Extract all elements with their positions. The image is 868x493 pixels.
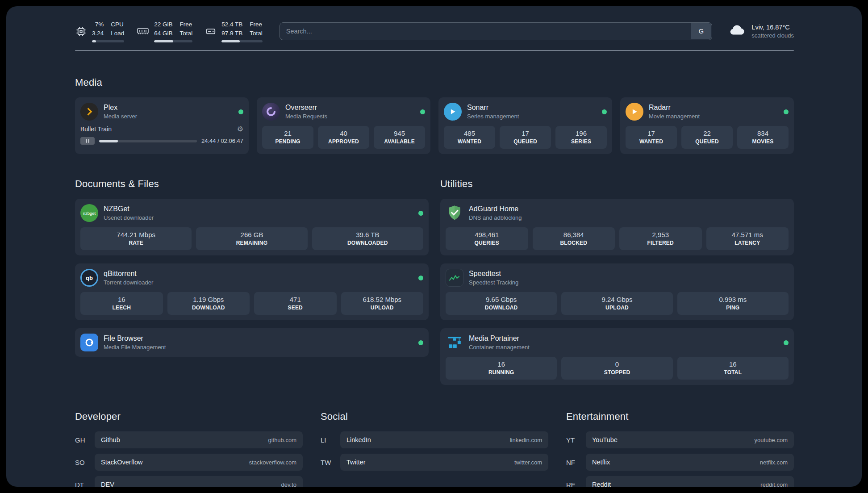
- adguard-icon: [446, 204, 463, 222]
- stat-value: 16: [447, 360, 555, 368]
- bookmark-abbr: GH: [75, 436, 95, 444]
- stat-label: DOWNLOAD: [169, 305, 248, 311]
- bookmark-group-social: Social LI LinkedIn linkedin.com TW Twitt…: [321, 411, 548, 487]
- bookmark-group-entertainment: Entertainment YT YouTube youtube.com NF …: [566, 411, 794, 487]
- bookmark-name: LinkedIn: [346, 436, 371, 443]
- bookmark-abbr: TW: [321, 459, 340, 466]
- app-card-portainer[interactable]: Media Portainer Container management 16 …: [440, 328, 794, 385]
- pause-button[interactable]: [80, 137, 95, 145]
- topbar-divider: [75, 50, 794, 51]
- card-header: Radarr Movie management: [626, 103, 789, 121]
- app-description: Media File Management: [104, 344, 166, 351]
- stat-tile: 498,461 QUERIES: [446, 227, 528, 250]
- qbittorrent-icon: qb: [80, 269, 98, 287]
- stat-value: 1.19 Gbps: [169, 296, 248, 303]
- app-name: qBittorrent: [104, 269, 153, 278]
- bookmark-linkedin[interactable]: LI LinkedIn linkedin.com: [321, 431, 548, 448]
- stat-label: TOTAL: [679, 369, 787, 376]
- app-card-overseerr[interactable]: Overseerr Media Requests 21 PENDING 40 A…: [257, 97, 430, 154]
- stat-tile: 86,384 BLOCKED: [533, 227, 615, 250]
- bookmark-github[interactable]: GH Github github.com: [75, 431, 303, 448]
- search-provider-button[interactable]: G: [691, 23, 711, 39]
- memory-progressbar: [154, 40, 192, 42]
- stat-value: 196: [557, 130, 605, 137]
- stat-value: 2,953: [621, 231, 700, 238]
- bookmark-pill: YouTube youtube.com: [586, 431, 794, 448]
- app-card-qbittorrent[interactable]: qb qBittorrent Torrent downloader 16 LEE…: [75, 263, 429, 320]
- stat-value: 21: [264, 130, 312, 137]
- stat-label: RUNNING: [447, 369, 555, 376]
- bookmark-twitter[interactable]: TW Twitter twitter.com: [321, 454, 548, 471]
- card-header: Speedtest Speedtest Tracking: [446, 269, 789, 287]
- gear-icon[interactable]: ⚙: [237, 125, 243, 133]
- app-card-adguard[interactable]: AdGuard Home DNS and adblocking 498,461 …: [440, 199, 794, 255]
- stat-label: QUEUED: [683, 138, 731, 145]
- bookmarks: Developer GH Github github.com SO StackO…: [75, 411, 794, 487]
- stat-value: 17: [501, 130, 549, 137]
- stat-label: LEECH: [82, 305, 161, 311]
- stat-tile: 196 SERIES: [555, 126, 607, 149]
- stats-row: 17 WANTED 22 QUEUED 834 MOVIES: [626, 126, 789, 149]
- playback-time: 24:44 / 02:06:47: [201, 138, 243, 144]
- weather-text: Lviv, 16.87°C scattered clouds: [751, 24, 794, 39]
- bookmark-group-title: Entertainment: [566, 411, 794, 422]
- weather-location: Lviv, 16.87°C: [751, 24, 794, 31]
- now-playing-title: Bullet Train: [80, 125, 112, 133]
- now-playing-row: Bullet Train ⚙: [80, 125, 243, 133]
- stat-tile: 16 LEECH: [80, 292, 163, 315]
- app-name: Radarr: [649, 103, 700, 112]
- bookmark-dev[interactable]: DT DEV dev.to: [75, 476, 303, 487]
- stat-value: 17: [627, 130, 675, 137]
- memory-widget-body: 22 GiB 64 GiB Free Total: [154, 20, 192, 42]
- stat-value: 0.993 ms: [679, 296, 787, 303]
- stat-label: STOPPED: [563, 369, 671, 376]
- playback-progressbar[interactable]: [99, 140, 197, 142]
- app-card-nzbget[interactable]: nzbget NZBGet Usenet downloader 744.21 M…: [75, 199, 429, 255]
- bookmark-domain: reddit.com: [760, 481, 788, 487]
- bookmark-abbr: SO: [75, 459, 95, 466]
- bookmark-name: YouTube: [592, 436, 618, 443]
- bookmark-youtube[interactable]: YT YouTube youtube.com: [566, 431, 794, 448]
- app-card-filebrowser[interactable]: File Browser Media File Management: [75, 328, 429, 357]
- stat-tile: 47.571 ms LATENCY: [706, 227, 789, 250]
- stat-value: 266 GB: [198, 231, 305, 238]
- stat-label: UPLOAD: [563, 305, 671, 311]
- app-name: Plex: [104, 103, 137, 112]
- stat-label: LATENCY: [708, 240, 787, 246]
- stat-tile: 1.19 Gbps DOWNLOAD: [167, 292, 250, 315]
- card-titles: Plex Media server: [104, 103, 137, 120]
- stat-tile: 266 GB REMAINING: [196, 227, 307, 250]
- stat-value: 744.21 Mbps: [82, 231, 190, 238]
- bookmark-stackoverflow[interactable]: SO StackOverflow stackoverflow.com: [75, 454, 303, 471]
- app-card-speedtest[interactable]: Speedtest Speedtest Tracking 9.65 Gbps D…: [440, 263, 794, 320]
- stat-tile: 0 STOPPED: [561, 357, 672, 380]
- status-dot: [420, 109, 425, 114]
- stat-value: 9.65 Gbps: [447, 296, 555, 303]
- disk-progressbar: [221, 40, 263, 42]
- memory-progress-fill: [154, 40, 173, 42]
- status-dot: [784, 109, 789, 114]
- card-titles: Radarr Movie management: [649, 103, 700, 120]
- bookmark-netflix[interactable]: NF Netflix netflix.com: [566, 454, 794, 471]
- pause-bar: [88, 139, 90, 143]
- stat-value: 47.571 ms: [708, 231, 787, 238]
- status-dot: [784, 340, 789, 345]
- card-header: Media Portainer Container management: [446, 334, 789, 351]
- app-card-radarr[interactable]: Radarr Movie management 17 WANTED 22 QUE…: [620, 97, 794, 154]
- stat-tile: 22 QUEUED: [681, 126, 733, 149]
- bookmark-reddit[interactable]: RE Reddit reddit.com: [566, 476, 794, 487]
- bookmark-group-title: Developer: [75, 411, 303, 422]
- disk-icon: [205, 25, 217, 37]
- search-input[interactable]: [280, 22, 713, 40]
- app-card-sonarr[interactable]: Sonarr Series management 485 WANTED 17 Q…: [438, 97, 612, 154]
- stat-label: MOVIES: [739, 138, 787, 145]
- stats-row: 498,461 QUERIES 86,384 BLOCKED 2,953 FIL…: [446, 227, 789, 250]
- stat-label: AVAILABLE: [376, 138, 423, 145]
- bookmark-domain: github.com: [268, 437, 296, 443]
- stat-tile: 471 SEED: [254, 292, 337, 315]
- media-cards: Plex Media server Bullet Train ⚙ 24:44 /…: [75, 97, 794, 154]
- documents-cards: nzbget NZBGet Usenet downloader 744.21 M…: [75, 199, 429, 357]
- app-card-plex[interactable]: Plex Media server Bullet Train ⚙ 24:44 /…: [75, 97, 249, 154]
- memory-icon: [137, 26, 149, 36]
- app-description: Container management: [469, 344, 530, 351]
